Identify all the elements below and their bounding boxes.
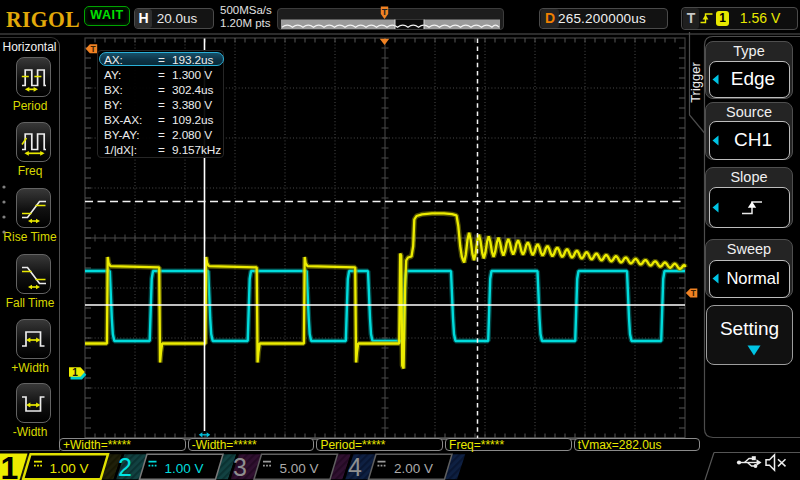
svg-text:2: 2	[118, 453, 132, 480]
svg-text:1: 1	[72, 367, 78, 378]
svg-text:2.00 V: 2.00 V	[394, 460, 433, 475]
svg-text:1.00 V: 1.00 V	[164, 460, 203, 475]
svg-text:5.00 V: 5.00 V	[279, 460, 318, 475]
svg-text:T: T	[90, 44, 96, 54]
svg-text:3: 3	[233, 453, 247, 480]
svg-text:1: 1	[1, 453, 19, 480]
svg-text:4: 4	[348, 453, 362, 480]
svg-text:1.00 V: 1.00 V	[49, 460, 88, 475]
